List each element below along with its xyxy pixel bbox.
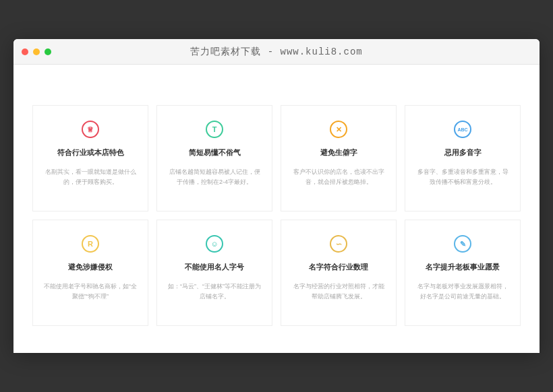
card[interactable]: ✎名字提升老板事业愿景名字与老板对事业发展愿景相符，好名字是公司前途无量的基础。 xyxy=(405,220,521,326)
card-description: 名副其实，看一眼就知道是做什么的，便于顾客购买。 xyxy=(42,167,138,188)
card-title: 名字提升老板事业愿景 xyxy=(426,262,500,272)
card-title: 名字符合行业数理 xyxy=(309,262,368,272)
card[interactable]: R避免涉嫌侵权不能使用老字号和驰名商标，如“全聚德”“狗不理” xyxy=(32,220,148,326)
abc-icon: ABC xyxy=(454,121,471,138)
crown-icon: ♕ xyxy=(82,121,99,138)
card-title: 避免生僻字 xyxy=(320,148,357,158)
card-description: 名字与经营的行业对照相符，才能帮助店铺腾飞发展。 xyxy=(291,282,386,302)
card-description: 如：“马云”、“王健林”等不能注册为店铺名字。 xyxy=(167,282,262,302)
browser-window: 苦力吧素材下载 - www.kuli8.com ♕符合行业或本店特色名副其实，看… xyxy=(13,39,540,353)
card-title: 符合行业或本店特色 xyxy=(57,148,124,158)
content-area: ♕符合行业或本店特色名副其实，看一眼就知道是做什么的，便于顾客购买。T简短易懂不… xyxy=(13,65,540,353)
card-description: 客户不认识你的店名，也读不出字音，就会排斥被忽略掉。 xyxy=(291,167,386,188)
person-icon: ☺ xyxy=(206,235,223,253)
card[interactable]: T简短易懂不俗气店铺名越简短越容易被人记住，便于传播，控制在2-4字最好。 xyxy=(156,105,272,211)
card-description: 名字与老板对事业发展愿景相符，好名字是公司前途无量的基础。 xyxy=(415,282,511,302)
x-icon: ✕ xyxy=(330,121,347,138)
card-description: 不能使用老字号和驰名商标，如“全聚德”“狗不理” xyxy=(42,282,138,302)
card[interactable]: ✕避免生僻字客户不认识你的店名，也读不出字音，就会排斥被忽略掉。 xyxy=(281,105,397,211)
titlebar: 苦力吧素材下载 - www.kuli8.com xyxy=(13,39,540,65)
card[interactable]: ♕符合行业或本店特色名副其实，看一眼就知道是做什么的，便于顾客购买。 xyxy=(32,105,148,211)
pen-icon: ✎ xyxy=(454,235,471,253)
text-icon: T xyxy=(206,121,223,138)
card[interactable]: ∽名字符合行业数理名字与经营的行业对照相符，才能帮助店铺腾飞发展。 xyxy=(281,220,397,326)
card-grid: ♕符合行业或本店特色名副其实，看一眼就知道是做什么的，便于顾客购买。T简短易懂不… xyxy=(32,105,521,326)
card-title: 不能使用名人字号 xyxy=(185,262,244,272)
registered-icon: R xyxy=(82,235,99,253)
card-description: 店铺名越简短越容易被人记住，便于传播，控制在2-4字最好。 xyxy=(167,167,262,188)
wave-icon: ∽ xyxy=(330,235,347,253)
card-title: 避免涉嫌侵权 xyxy=(68,262,113,272)
card-title: 忌用多音字 xyxy=(444,148,482,158)
card-title: 简短易懂不俗气 xyxy=(189,148,241,158)
window-title: 苦力吧素材下载 - www.kuli8.com xyxy=(13,46,540,58)
card[interactable]: ☺不能使用名人字号如：“马云”、“王健林”等不能注册为店铺名字。 xyxy=(156,220,272,326)
card-description: 多音字、多重读音和多重富意，导致传播不畅和富意分歧。 xyxy=(415,167,511,188)
card[interactable]: ABC忌用多音字多音字、多重读音和多重富意，导致传播不畅和富意分歧。 xyxy=(405,105,521,211)
